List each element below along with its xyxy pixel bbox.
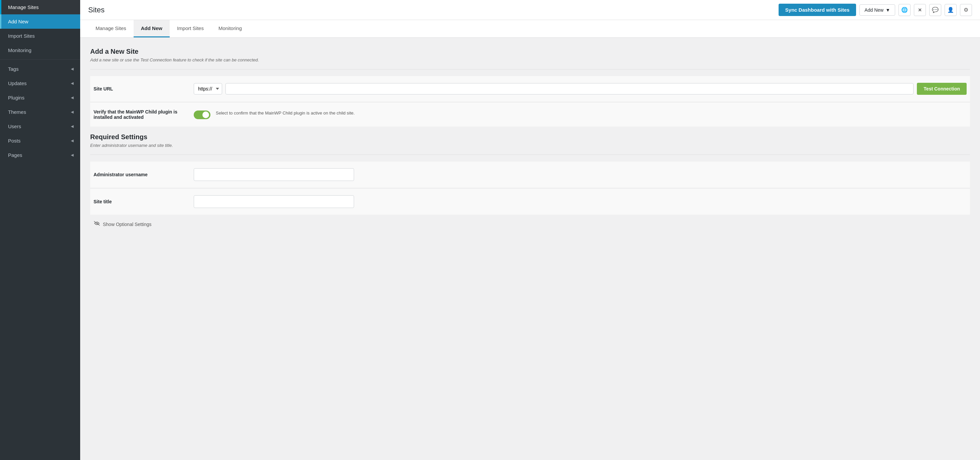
required-section-title: Required Settings [90, 133, 970, 141]
chevron-left-icon: ◀ [71, 124, 73, 128]
site-url-field: https:// http:// Test Connection [194, 83, 967, 95]
chat-icon-button[interactable]: 💬 [929, 4, 941, 16]
tab-label: Import Sites [177, 25, 204, 31]
admin-username-row: Administrator username [90, 162, 970, 187]
required-settings-section: Required Settings Enter administrator us… [90, 133, 970, 233]
verify-row: Verify that the MainWP Child plugin is i… [90, 102, 970, 127]
sidebar-item-label: Plugins [8, 95, 24, 100]
admin-username-input[interactable] [194, 168, 354, 181]
sidebar-item-tags[interactable]: Tags ◀ [0, 62, 80, 76]
chevron-left-icon: ◀ [71, 110, 73, 114]
sidebar-item-label: Monitoring [8, 48, 32, 53]
site-url-label: Site URL [94, 86, 194, 92]
close-icon: ✕ [918, 7, 922, 13]
sidebar-item-monitoring[interactable]: Monitoring [0, 43, 80, 57]
add-new-button[interactable]: Add New ▼ [859, 4, 895, 16]
settings-icon-button[interactable]: ⚙ [960, 4, 972, 16]
tabs-bar: Manage Sites Add New Import Sites Monito… [80, 20, 980, 38]
section-title: Add a New Site [90, 48, 970, 56]
required-section-subtitle: Enter administrator username and site ti… [90, 143, 970, 148]
chevron-left-icon: ◀ [71, 138, 73, 143]
sidebar-item-label: Themes [8, 109, 26, 115]
sidebar: Manage Sites Add New Import Sites Monito… [0, 0, 80, 460]
sidebar-item-label: Tags [8, 66, 19, 72]
globe-icon: 🌐 [901, 7, 908, 13]
user-icon-button[interactable]: 👤 [945, 4, 957, 16]
protocol-select[interactable]: https:// http:// [194, 83, 222, 94]
main-area: Sites Sync Dashboard with Sites Add New … [80, 0, 980, 460]
sidebar-item-label: Posts [8, 138, 21, 144]
verify-toggle[interactable] [194, 111, 210, 119]
admin-username-label: Administrator username [94, 172, 194, 177]
site-title-input[interactable] [194, 195, 354, 208]
close-icon-button[interactable]: ✕ [914, 4, 926, 16]
sidebar-item-updates[interactable]: Updates ◀ [0, 76, 80, 90]
sidebar-item-label: Add New [8, 19, 29, 24]
page-title: Sites [88, 6, 105, 14]
site-title-row: Site title [90, 188, 970, 215]
sidebar-item-label: Pages [8, 152, 22, 158]
tab-import-sites[interactable]: Import Sites [170, 20, 211, 37]
site-url-row: Site URL https:// http:// Test Connectio… [90, 76, 970, 102]
chevron-left-icon: ◀ [71, 67, 73, 71]
url-input[interactable] [226, 83, 913, 94]
header-actions: Sync Dashboard with Sites Add New ▼ 🌐 ✕ … [779, 4, 972, 16]
chevron-left-icon: ◀ [71, 81, 73, 86]
tab-monitoring[interactable]: Monitoring [211, 20, 249, 37]
eye-off-icon [94, 220, 100, 228]
sidebar-item-label: Updates [8, 81, 27, 86]
content-area: Add a New Site Add a new site or use the… [80, 38, 980, 460]
site-title-field [194, 195, 967, 208]
verify-description: Select to confirm that the MainWP Child … [216, 110, 355, 116]
sidebar-item-label: Users [8, 124, 21, 129]
chat-icon: 💬 [932, 7, 939, 13]
sidebar-item-label: Manage Sites [8, 4, 39, 10]
sidebar-item-import-sites[interactable]: Import Sites [0, 29, 80, 43]
sidebar-item-users[interactable]: Users ◀ [0, 119, 80, 133]
tab-add-new[interactable]: Add New [134, 20, 170, 37]
section-subtitle: Add a new site or use the Test Connectio… [90, 57, 970, 62]
show-optional-settings[interactable]: Show Optional Settings [90, 215, 970, 233]
admin-username-field [194, 168, 967, 181]
tab-label: Monitoring [218, 25, 242, 31]
add-new-label: Add New [864, 7, 883, 13]
divider [90, 69, 970, 70]
sidebar-item-label: Import Sites [8, 33, 35, 39]
test-connection-button[interactable]: Test Connection [917, 83, 967, 95]
show-optional-label: Show Optional Settings [103, 222, 152, 227]
site-title-label: Site title [94, 199, 194, 204]
sidebar-item-pages[interactable]: Pages ◀ [0, 148, 80, 162]
chevron-left-icon: ◀ [71, 153, 73, 157]
gear-icon: ⚙ [964, 7, 968, 13]
add-site-section-header: Add a New Site Add a new site or use the… [90, 48, 970, 62]
toggle-container: Select to confirm that the MainWP Child … [194, 110, 355, 119]
required-settings-header: Required Settings Enter administrator us… [90, 133, 970, 148]
tab-manage-sites[interactable]: Manage Sites [88, 20, 134, 37]
sidebar-item-add-new[interactable]: Add New [0, 14, 80, 29]
user-icon: 👤 [947, 7, 954, 13]
chevron-down-icon: ▼ [886, 7, 890, 13]
verify-label: Verify that the MainWP Child plugin is i… [94, 109, 194, 120]
sync-button[interactable]: Sync Dashboard with Sites [779, 4, 856, 16]
url-group: https:// http:// [194, 83, 913, 94]
sidebar-item-plugins[interactable]: Plugins ◀ [0, 90, 80, 105]
sidebar-item-themes[interactable]: Themes ◀ [0, 105, 80, 119]
sidebar-item-posts[interactable]: Posts ◀ [0, 133, 80, 148]
tab-label: Add New [141, 25, 162, 31]
toggle-slider [194, 111, 210, 119]
verify-field: Select to confirm that the MainWP Child … [194, 110, 967, 119]
globe-icon-button[interactable]: 🌐 [899, 4, 910, 16]
chevron-left-icon: ◀ [71, 95, 73, 100]
tab-label: Manage Sites [95, 25, 126, 31]
sidebar-item-manage-sites[interactable]: Manage Sites [0, 0, 80, 14]
sidebar-divider [0, 59, 80, 60]
header: Sites Sync Dashboard with Sites Add New … [80, 0, 980, 20]
